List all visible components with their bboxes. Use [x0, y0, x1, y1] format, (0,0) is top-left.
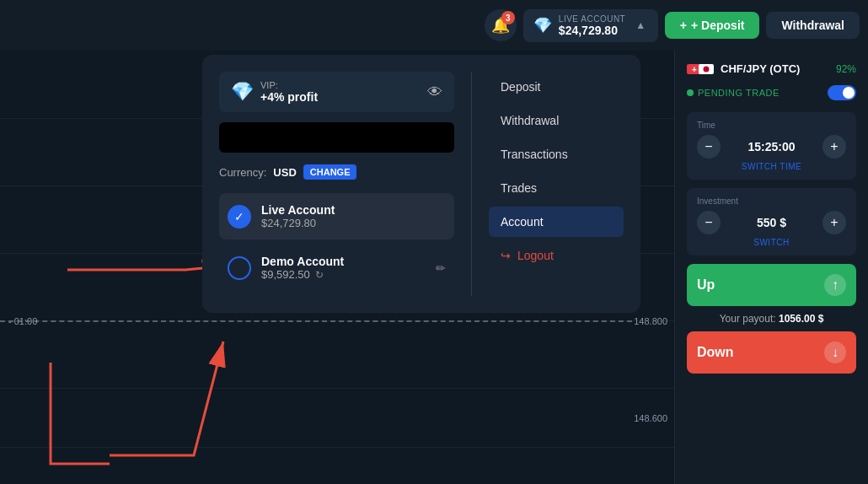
chart-price-label-2: 148.600	[634, 413, 667, 423]
live-account-balance: $24,729.80	[261, 217, 446, 229]
investment-control: Investment − 550 $ + SWITCH	[687, 188, 856, 255]
switch-time-label: SWITCH TIME	[697, 162, 846, 171]
deposit-label: + Deposit	[691, 19, 744, 32]
time-decrease-button[interactable]: −	[697, 135, 721, 159]
withdrawal-menu-label: Withdrawal	[501, 114, 559, 127]
chevron-up-icon: ▲	[635, 19, 646, 31]
currency-row: Currency: USD CHANGE	[219, 164, 454, 180]
plus-icon: +	[680, 19, 687, 32]
menu-trades[interactable]: Trades	[489, 173, 624, 203]
vip-left: 💎 VIP: +4% profit	[231, 80, 318, 104]
investment-value: 550 $	[727, 216, 816, 229]
investment-label: Investment	[697, 196, 846, 206]
refresh-icon[interactable]: ↻	[315, 269, 324, 281]
demo-account-circle-icon	[228, 256, 251, 280]
deposit-button[interactable]: + + Deposit	[665, 12, 760, 39]
deposit-menu-label: Deposit	[501, 80, 540, 94]
dropdown-left-panel: 💎 VIP: +4% profit 👁 Currency: USD CHANGE…	[219, 72, 472, 296]
jpy-flag	[699, 64, 714, 74]
right-panel: CHF/JPY (OTC) 92% PENDING TRADE Time − 1…	[674, 51, 868, 484]
up-button[interactable]: Up ↑	[687, 264, 856, 306]
withdrawal-label: Withdrawal	[781, 19, 844, 32]
change-currency-button[interactable]: CHANGE	[303, 164, 357, 180]
time-value: 15:25:00	[727, 140, 816, 153]
eye-icon[interactable]: 👁	[427, 83, 442, 101]
payout-label: Your payout:	[720, 313, 776, 325]
down-arrow-icon: ↓	[824, 341, 846, 363]
menu-account[interactable]: Account	[489, 207, 624, 237]
dropdown-right-menu: Deposit Withdrawal Transactions Trades A…	[472, 72, 624, 296]
vip-label: VIP:	[260, 80, 318, 90]
vip-row: 💎 VIP: +4% profit 👁	[219, 72, 454, 112]
live-account-item[interactable]: ✓ Live Account $24,729.80	[219, 193, 454, 239]
grid-line	[0, 447, 674, 448]
pending-trade-row: PENDING TRADE	[687, 85, 856, 100]
grid-line	[0, 388, 674, 389]
pending-trade-toggle[interactable]	[828, 85, 856, 100]
vip-text: VIP: +4% profit	[260, 80, 318, 104]
investment-control-row: − 550 $ +	[697, 211, 846, 234]
switch-label: SWITCH	[697, 238, 846, 247]
live-account-check-icon: ✓	[228, 205, 251, 229]
menu-withdrawal[interactable]: Withdrawal	[489, 105, 624, 136]
time-increase-button[interactable]: +	[822, 135, 846, 159]
investment-decrease-button[interactable]: −	[697, 211, 721, 234]
pair-header: CHF/JPY (OTC) 92%	[687, 62, 856, 75]
down-label: Down	[697, 345, 734, 360]
price-dashed-line	[0, 320, 632, 322]
trades-menu-label: Trades	[501, 181, 537, 195]
investment-increase-button[interactable]: +	[822, 211, 846, 234]
time-control-row: − 15:25:00 +	[697, 135, 846, 159]
payout-value: 1056.00 $	[779, 313, 823, 325]
chart-price-label-1: 148.800	[634, 316, 667, 326]
menu-transactions[interactable]: Transactions	[489, 139, 624, 169]
currency-text-label: Currency:	[219, 166, 266, 179]
notification-badge: 3	[501, 11, 515, 24]
menu-logout[interactable]: ↪ Logout	[489, 240, 624, 271]
header: 🔔 3 💎 LIVE ACCOUNT $24,729.80 ▲ + + Depo…	[0, 0, 868, 51]
account-label: LIVE ACCOUNT	[559, 14, 625, 24]
account-balance: $24,729.80	[559, 24, 618, 37]
account-menu-label: Account	[501, 215, 544, 229]
payout-row: Your payout: 1056.00 $	[687, 313, 856, 325]
demo-account-balance: $9,592.50 ↻	[261, 268, 426, 281]
account-dropdown: 💎 VIP: +4% profit 👁 Currency: USD CHANGE…	[202, 55, 640, 313]
live-account-name: Live Account	[261, 203, 446, 217]
diamond-icon: 💎	[533, 16, 552, 35]
live-account-info: Live Account $24,729.80	[261, 203, 446, 229]
demo-account-item[interactable]: Demo Account $9,592.50 ↻ ✏	[219, 245, 454, 291]
withdrawal-button[interactable]: Withdrawal	[766, 12, 860, 39]
pending-dot	[687, 89, 694, 96]
logout-menu-label: Logout	[517, 249, 554, 262]
pending-trade-label: PENDING TRADE	[687, 88, 780, 98]
pair-flags	[687, 64, 714, 74]
vip-diamond-icon: 💎	[231, 81, 254, 103]
up-arrow-icon: ↑	[824, 274, 846, 296]
edit-icon[interactable]: ✏	[436, 261, 446, 275]
notification-button[interactable]: 🔔 3	[485, 9, 517, 41]
time-control: Time − 15:25:00 + SWITCH TIME	[687, 112, 856, 180]
demo-account-name: Demo Account	[261, 255, 426, 268]
balance-bar	[219, 122, 454, 153]
currency-value: USD	[273, 166, 296, 179]
transactions-menu-label: Transactions	[501, 148, 568, 161]
account-selector-button[interactable]: 💎 LIVE ACCOUNT $24,729.80 ▲	[523, 9, 658, 42]
vip-profit: +4% profit	[260, 90, 318, 104]
time-axis-label: - 01:00	[8, 316, 37, 326]
logout-icon: ↪	[501, 249, 511, 262]
pair-name: CHF/JPY (OTC)	[721, 62, 800, 75]
demo-account-info: Demo Account $9,592.50 ↻	[261, 255, 426, 281]
menu-deposit[interactable]: Deposit	[489, 72, 624, 102]
time-label: Time	[697, 121, 846, 130]
pair-percentage: 92%	[836, 63, 856, 75]
up-label: Up	[697, 277, 715, 293]
down-button[interactable]: Down ↓	[687, 331, 856, 374]
account-info: LIVE ACCOUNT $24,729.80	[559, 14, 625, 37]
